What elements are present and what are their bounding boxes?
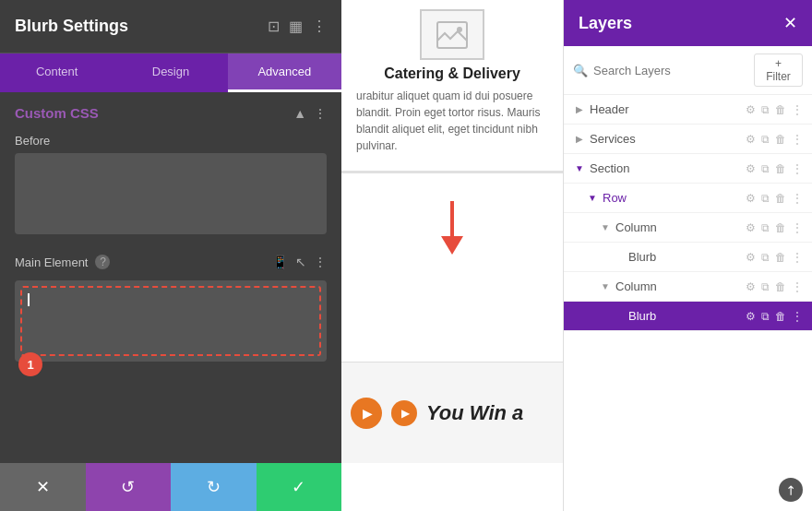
chevron-down-icon: ▼	[573, 163, 586, 173]
content-image-area	[341, 0, 563, 65]
delete-icon[interactable]: 🗑	[775, 280, 786, 293]
more-icon[interactable]: ⋮	[792, 103, 803, 116]
layer-item-header[interactable]: ▶ Header ⚙ ⧉ 🗑 ⋮	[564, 95, 812, 125]
layer-name-row: Row	[603, 191, 746, 205]
svg-marker-3	[441, 236, 463, 255]
filter-button[interactable]: + Filter	[754, 53, 803, 87]
layers-header: Layers ✕	[564, 0, 812, 46]
settings-icon[interactable]: ⚙	[746, 310, 756, 323]
tab-advanced[interactable]: Advanced	[228, 53, 341, 92]
settings-icon[interactable]: ⚙	[746, 133, 756, 146]
layer-item-section[interactable]: ▼ Section ⚙ ⧉ 🗑 ⋮	[564, 154, 812, 184]
css-input-inner[interactable]	[20, 286, 321, 356]
tab-content[interactable]: Content	[0, 53, 113, 92]
delete-icon[interactable]: 🗑	[775, 251, 786, 264]
delete-icon[interactable]: 🗑	[775, 162, 786, 175]
content-text: urabitur aliquet quam id dui posuere bla…	[356, 88, 548, 154]
arrow-area	[341, 173, 563, 260]
more-icon[interactable]: ⋮	[792, 133, 803, 146]
chevron-right-icon: ▶	[573, 134, 586, 144]
main-element-label: Main Element	[15, 256, 88, 269]
layer-item-row[interactable]: ▼ Row ⚙ ⧉ 🗑 ⋮	[564, 184, 812, 213]
search-icon: 🔍	[573, 64, 588, 77]
more-icon[interactable]: ⋮	[792, 280, 803, 293]
layer-item-services[interactable]: ▶ Services ⚙ ⧉ 🗑 ⋮	[564, 125, 812, 154]
copy-icon[interactable]: ⧉	[761, 103, 770, 116]
search-input[interactable]	[593, 64, 748, 77]
before-label: Before	[0, 130, 341, 153]
chevron-down-icon: ▼	[599, 281, 612, 291]
chevron-down-icon: ▼	[599, 222, 612, 232]
layer-name-column-2: Column	[615, 279, 746, 293]
copy-icon[interactable]: ⧉	[761, 133, 770, 146]
layer-name-header: Header	[590, 102, 746, 116]
panel-header: Blurb Settings ⊡ ▦ ⋮	[0, 0, 341, 53]
settings-icon[interactable]: ⚙	[746, 103, 756, 116]
layer-item-blurb-2[interactable]: ▶ Blurb ⚙ ⧉ 🗑 ⋮	[564, 302, 812, 331]
columns-icon[interactable]: ▦	[289, 18, 303, 35]
layer-item-column-2[interactable]: ▼ Column ⚙ ⧉ 🗑 ⋮	[564, 272, 812, 302]
delete-icon[interactable]: 🗑	[775, 221, 786, 234]
settings-icon[interactable]: ⚙	[746, 280, 756, 293]
layer-list: ▶ Header ⚙ ⧉ 🗑 ⋮ ▶ Services ⚙ ⧉ 🗑 ⋮ ▼ Se…	[564, 95, 812, 511]
play-button-1[interactable]: ▶	[351, 398, 382, 429]
settings-icon[interactable]: ⚙	[746, 221, 756, 234]
down-arrow-icon	[434, 201, 471, 256]
tab-design[interactable]: Design	[113, 53, 227, 92]
layer-icons: ⚙ ⧉ 🗑 ⋮	[746, 192, 803, 205]
cancel-button[interactable]: ✕	[0, 463, 86, 511]
content-title-area: Catering & Delivery urabitur aliquet qua…	[341, 65, 563, 161]
image-icon	[434, 17, 471, 53]
more-icon[interactable]: ⋮	[792, 192, 803, 205]
more-icon[interactable]: ⋮	[792, 221, 803, 234]
copy-icon[interactable]: ⧉	[761, 192, 770, 205]
main-content-area: Catering & Delivery urabitur aliquet qua…	[341, 0, 563, 511]
delete-icon[interactable]: 🗑	[775, 133, 786, 146]
drag-handle[interactable]: ↗	[779, 478, 803, 502]
copy-icon[interactable]: ⧉	[761, 280, 770, 293]
left-panel: Blurb Settings ⊡ ▦ ⋮ Content Design Adva…	[0, 0, 341, 511]
css-cursor	[28, 293, 30, 306]
win-text: You Win a	[426, 401, 523, 425]
delete-icon[interactable]: 🗑	[775, 103, 786, 116]
layer-item-blurb-1[interactable]: ▶ Blurb ⚙ ⧉ 🗑 ⋮	[564, 243, 812, 272]
action-bar: ✕ ↺ ↻ ✓	[0, 463, 341, 511]
cursor-icon[interactable]: ↖	[295, 255, 306, 269]
delete-icon[interactable]: 🗑	[775, 192, 786, 205]
svg-point-1	[457, 27, 462, 32]
layer-item-column-1[interactable]: ▼ Column ⚙ ⧉ 🗑 ⋮	[564, 213, 812, 243]
more-icon[interactable]: ⋮	[312, 18, 327, 35]
layer-name-services: Services	[590, 132, 746, 146]
me-icons: 📱 ↖ ⋮	[272, 255, 327, 269]
undo-button[interactable]: ↺	[86, 463, 172, 511]
main-element-row: Main Element ? 📱 ↖ ⋮	[0, 247, 341, 277]
before-textarea[interactable]	[15, 153, 327, 234]
delete-icon[interactable]: 🗑	[775, 310, 786, 323]
settings-icon[interactable]: ⚙	[746, 251, 756, 264]
more-icon[interactable]: ⋮	[792, 162, 803, 175]
help-icon[interactable]: ?	[95, 255, 110, 269]
settings-icon[interactable]: ⚙	[746, 192, 756, 205]
layers-title: Layers	[579, 14, 632, 33]
more-icon[interactable]: ⋮	[792, 310, 803, 323]
redo-button[interactable]: ↻	[171, 463, 257, 511]
expand-icon[interactable]: ⊡	[268, 18, 280, 35]
save-button[interactable]: ✓	[257, 463, 342, 511]
section-more-icon[interactable]: ⋮	[314, 106, 327, 121]
copy-icon[interactable]: ⧉	[761, 251, 770, 264]
layers-close-button[interactable]: ✕	[783, 13, 797, 33]
layer-name-blurb-2: Blurb	[628, 309, 746, 323]
more-icon[interactable]: ⋮	[792, 251, 803, 264]
copy-icon[interactable]: ⧉	[761, 162, 770, 175]
content-title: Catering & Delivery	[356, 65, 548, 82]
mobile-icon[interactable]: 📱	[272, 255, 288, 269]
custom-css-section-header: Custom CSS ▲ ⋮	[0, 92, 341, 130]
chevron-down-icon: ▼	[586, 193, 599, 203]
copy-icon[interactable]: ⧉	[761, 310, 770, 323]
collapse-icon[interactable]: ▲	[293, 106, 306, 121]
panel-title: Blurb Settings	[15, 17, 128, 36]
play-button-2[interactable]: ▶	[391, 400, 417, 426]
copy-icon[interactable]: ⧉	[761, 221, 770, 234]
settings-icon[interactable]: ⚙	[746, 162, 756, 175]
me-more-icon[interactable]: ⋮	[314, 255, 327, 269]
